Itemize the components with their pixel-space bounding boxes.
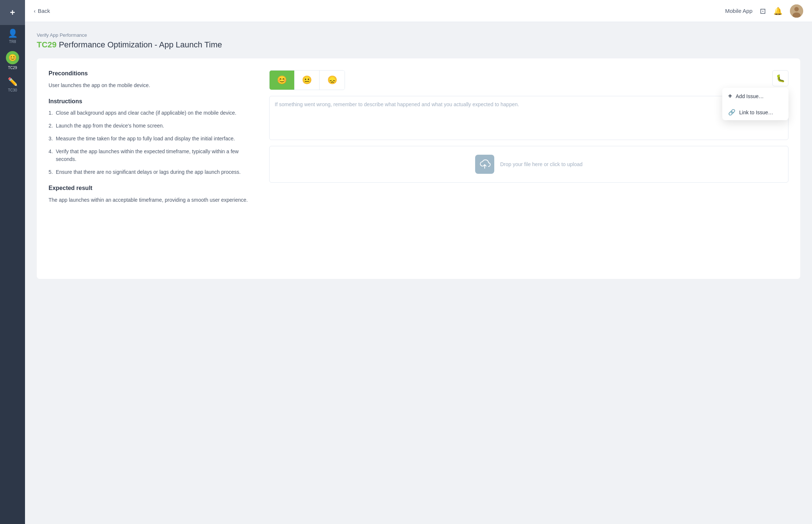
header: ‹ Back Mobile App ⊡ 🔔 bbox=[25, 0, 812, 22]
tc30-icon: ✏️ bbox=[8, 77, 18, 87]
back-button[interactable]: ‹ Back bbox=[34, 8, 50, 14]
add-issue-label: Add Issue… bbox=[736, 93, 764, 99]
page-title-text: Performance Optimization - App Launch Ti… bbox=[59, 40, 222, 49]
link-icon: 🔗 bbox=[728, 109, 736, 116]
list-item: Launch the app from the device's home sc… bbox=[49, 122, 254, 130]
main-card: Preconditions User launches the app on t… bbox=[37, 58, 800, 279]
list-item: Measure the time taken for the app to fu… bbox=[49, 135, 254, 143]
bell-icon[interactable]: 🔔 bbox=[773, 7, 783, 15]
page-title: TC29 Performance Optimization - App Laun… bbox=[37, 40, 800, 50]
avatar-image bbox=[790, 4, 803, 18]
breadcrumb: Verify App Performance bbox=[37, 32, 800, 38]
main-area: ‹ Back Mobile App ⊡ 🔔 Verify App Perform… bbox=[25, 0, 812, 524]
link-issue-item[interactable]: 🔗 Link to Issue… bbox=[722, 104, 788, 120]
notes-textarea[interactable] bbox=[269, 96, 788, 140]
upload-zone[interactable]: Drop your file here or click to upload bbox=[269, 146, 788, 183]
sidebar-item-tc29[interactable]: 😊 TC29 bbox=[0, 47, 25, 73]
instructions-list: Close all background apps and clear cach… bbox=[49, 109, 254, 176]
sidebar-item-tr8-label: TR8 bbox=[9, 40, 16, 44]
sidebar: + 👤 TR8 😊 TC29 ✏️ TC30 bbox=[0, 0, 25, 524]
preconditions-title: Preconditions bbox=[49, 70, 254, 77]
sidebar-item-tc29-label: TC29 bbox=[8, 66, 17, 70]
instructions-title: Instructions bbox=[49, 98, 254, 105]
expected-result-text: The app launches within an acceptable ti… bbox=[49, 196, 254, 204]
left-panel: Preconditions User launches the app on t… bbox=[49, 70, 254, 267]
cloud-upload-svg bbox=[479, 159, 491, 169]
header-right: Mobile App ⊡ 🔔 bbox=[725, 4, 803, 18]
tr8-icon: 👤 bbox=[8, 29, 18, 38]
right-panel: 😊 😐 😞 🐛 bbox=[269, 70, 788, 267]
tc29-icon: 😊 bbox=[6, 51, 19, 64]
pass-emoji: 😊 bbox=[277, 75, 287, 85]
fail-emoji: 😞 bbox=[327, 75, 337, 85]
logo-symbol: + bbox=[10, 7, 15, 18]
bug-button[interactable]: 🐛 bbox=[772, 70, 788, 86]
tablet-icon[interactable]: ⊡ bbox=[760, 7, 766, 15]
chevron-left-icon: ‹ bbox=[34, 8, 36, 14]
status-pass-button[interactable]: 😊 bbox=[270, 71, 295, 90]
svg-point-1 bbox=[794, 7, 799, 11]
add-issue-item[interactable]: + Add Issue… bbox=[722, 88, 788, 104]
preconditions-text: User launches the app on the mobile devi… bbox=[49, 81, 254, 89]
link-issue-label: Link to Issue… bbox=[739, 110, 773, 115]
list-item: Verify that the app launches within the … bbox=[49, 148, 254, 163]
content-area: Verify App Performance TC29 Performance … bbox=[25, 22, 812, 524]
dropdown-menu: + Add Issue… 🔗 Link to Issue… bbox=[722, 88, 788, 120]
warn-emoji: 😐 bbox=[302, 75, 312, 85]
sidebar-item-tc30[interactable]: ✏️ TC30 bbox=[0, 73, 25, 96]
upload-text: Drop your file here or click to upload bbox=[500, 161, 583, 167]
list-item: Ensure that there are no significant del… bbox=[49, 168, 254, 176]
tc-id: TC29 bbox=[37, 40, 57, 49]
sidebar-item-tc30-label: TC30 bbox=[8, 88, 17, 92]
sidebar-item-tr8[interactable]: 👤 TR8 bbox=[0, 25, 25, 47]
expected-result-title: Expected result bbox=[49, 185, 254, 191]
app-name: Mobile App bbox=[725, 8, 752, 14]
status-warn-button[interactable]: 😐 bbox=[295, 71, 320, 90]
status-buttons: 😊 😐 😞 bbox=[269, 70, 345, 90]
back-label: Back bbox=[38, 8, 50, 14]
list-item: Close all background apps and clear cach… bbox=[49, 109, 254, 117]
status-fail-button[interactable]: 😞 bbox=[320, 71, 345, 90]
upload-cloud-icon bbox=[475, 155, 494, 174]
bug-icon: 🐛 bbox=[776, 74, 785, 83]
avatar[interactable] bbox=[790, 4, 803, 18]
plus-icon: + bbox=[728, 92, 732, 100]
sidebar-logo: + bbox=[0, 0, 25, 25]
